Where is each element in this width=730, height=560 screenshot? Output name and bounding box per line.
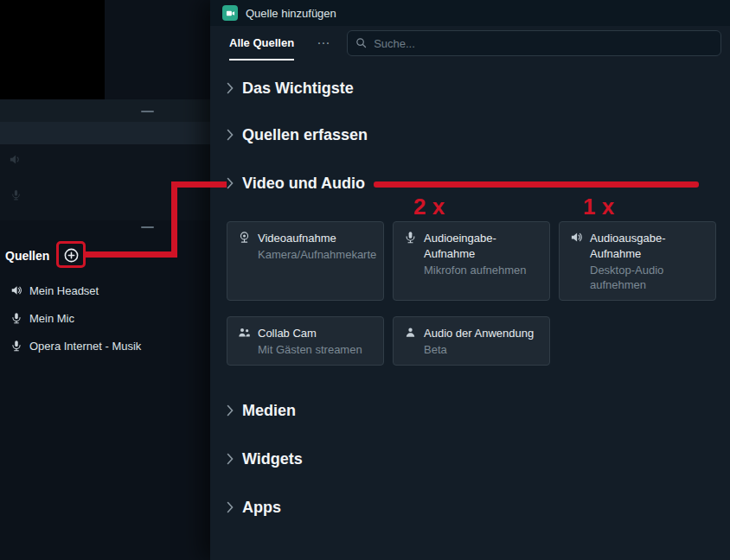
microphone-icon (10, 189, 22, 201)
chevron-right-icon (227, 177, 234, 189)
card-video-capture[interactable]: Videoaufnahme Kamera/Aufnahmekarte (227, 221, 384, 301)
chevron-right-icon (227, 501, 234, 513)
panel-resize-handle[interactable] (141, 111, 154, 112)
main-app-background: Quellen Mein Headset Mein Mic (0, 0, 210, 560)
card-subtitle: Mikrofon aufnehmen (424, 263, 539, 277)
card-audio-input-capture[interactable]: Audioeingabe-Aufnahme Mikrofon aufnehmen (393, 221, 550, 301)
dialog-title: Quelle hinzufügen (246, 7, 336, 20)
section-media[interactable]: Medien (227, 398, 296, 423)
streamlabs-logo-icon (222, 5, 238, 21)
section-label: Video und Audio (242, 175, 365, 193)
source-list-item[interactable]: Mein Mic (0, 304, 210, 332)
add-source-dialog: Quelle hinzufügen Alle Quellen ⋯ Das Wic… (210, 0, 730, 560)
card-collab-cam[interactable]: Collab Cam Mit Gästen streamen (227, 316, 384, 366)
microphone-icon (404, 231, 417, 244)
card-text: Collab Cam Mit Gästen streamen (258, 325, 373, 357)
user-icon (404, 326, 417, 339)
section-label: Widgets (242, 450, 303, 468)
webcam-icon (238, 231, 251, 244)
sources-panel-title: Quellen (5, 249, 49, 263)
card-audio-output-capture[interactable]: Audioausgabe-Aufnahme Desktop-Audio aufn… (559, 221, 716, 301)
chevron-right-icon (227, 404, 234, 417)
panel-divider (0, 99, 210, 122)
section-video-audio[interactable]: Video und Audio (227, 171, 365, 195)
users-icon (238, 326, 251, 339)
card-subtitle: Mit Gästen streamen (258, 342, 373, 357)
card-title: Audio der Anwendung (424, 327, 534, 340)
dialog-tabbar: Alle Quellen ⋯ (210, 26, 730, 60)
card-title: Videoaufnahme (258, 232, 336, 245)
tabs-more-button[interactable]: ⋯ (317, 35, 331, 51)
source-item-label: Mein Headset (29, 284, 99, 297)
microphone-icon (10, 312, 22, 324)
section-capture[interactable]: Quellen erfassen (227, 123, 368, 147)
card-text: Videoaufnahme Kamera/Aufnahmekarte (258, 230, 373, 262)
card-subtitle: Kamera/Aufnahmekarte (258, 247, 373, 262)
tab-all-sources[interactable]: Alle Quellen (229, 26, 294, 60)
card-title: Audioausgabe-Aufnahme (590, 232, 665, 260)
chevron-right-icon (227, 453, 234, 465)
panel-resize-handle[interactable] (141, 226, 154, 228)
microphone-icon (10, 340, 22, 352)
section-label: Apps (242, 499, 281, 517)
source-list-item[interactable]: Mein Headset (0, 277, 210, 304)
dialog-titlebar: Quelle hinzufügen (210, 0, 730, 26)
source-item-label: Opera Internet - Musik (29, 340, 141, 353)
chevron-right-icon (227, 82, 234, 94)
card-application-audio[interactable]: Audio der Anwendung Beta (393, 316, 550, 366)
sources-panel-header: Quellen (0, 242, 210, 270)
card-text: Audioeingabe-Aufnahme Mikrofon aufnehmen (424, 230, 539, 277)
speaker-icon (10, 284, 22, 296)
chevron-right-icon (227, 129, 234, 141)
section-label: Medien (242, 402, 296, 420)
source-item-label: Mein Mic (29, 312, 74, 325)
section-label: Das Wichtigste (242, 80, 354, 98)
screen: Quellen Mein Headset Mein Mic (0, 0, 730, 560)
card-title: Collab Cam (258, 327, 317, 340)
mixer-panel (0, 144, 210, 220)
card-subtitle: Desktop-Audio aufnehmen (590, 263, 705, 292)
add-source-button[interactable] (63, 247, 80, 264)
section-essentials[interactable]: Das Wichtigste (227, 76, 354, 100)
search-container (347, 30, 721, 56)
speaker-icon (9, 153, 22, 166)
section-label: Quellen erfassen (242, 126, 368, 144)
source-list-item[interactable]: Opera Internet - Musik (0, 332, 210, 360)
card-text: Audioausgabe-Aufnahme Desktop-Audio aufn… (590, 230, 705, 292)
source-list: Mein Headset Mein Mic Opera Internet - M… (0, 277, 210, 360)
scene-row[interactable] (0, 122, 210, 144)
card-subtitle: Beta (424, 342, 539, 357)
editor-viewport (0, 0, 105, 99)
source-type-grid: Videoaufnahme Kamera/Aufnahmekarte Audio… (227, 221, 716, 366)
section-widgets[interactable]: Widgets (227, 447, 303, 471)
card-title: Audioeingabe-Aufnahme (424, 232, 496, 260)
section-apps[interactable]: Apps (227, 495, 281, 519)
dialog-body: Das Wichtigste Quellen erfassen Video un… (210, 76, 730, 519)
search-input[interactable] (347, 30, 721, 56)
speaker-icon (570, 231, 583, 244)
card-text: Audio der Anwendung Beta (424, 325, 539, 357)
